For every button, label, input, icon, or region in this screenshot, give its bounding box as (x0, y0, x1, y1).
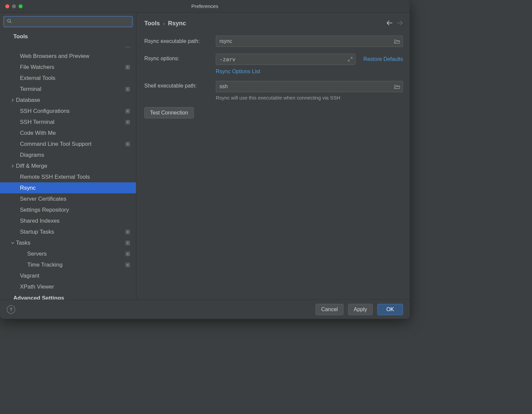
svg-rect-7 (127, 110, 129, 112)
project-scope-icon (125, 263, 130, 267)
tree-item-label: Vagrant (20, 273, 136, 279)
tree-item[interactable]: Shared Indexes (0, 215, 136, 226)
minimize-window-button[interactable] (12, 4, 16, 8)
tree-item-label: Diff & Merge (16, 163, 136, 169)
search-icon (7, 18, 12, 25)
cancel-button[interactable]: Cancel (316, 304, 343, 315)
svg-rect-19 (127, 264, 129, 266)
tree-item-label: Servers (27, 251, 125, 257)
project-scope-icon (125, 241, 130, 245)
ok-button[interactable]: OK (377, 304, 403, 315)
tree-item[interactable]: Terminal (0, 84, 136, 95)
svg-rect-17 (127, 253, 129, 255)
dialog-footer: ? Cancel Apply OK (0, 300, 410, 319)
search-input[interactable] (12, 19, 129, 25)
shell-path-field[interactable]: ssh (216, 81, 403, 92)
project-scope-icon (125, 142, 130, 146)
chevron-right-icon[interactable] (9, 99, 16, 102)
tree-item-label: XPath Viewer (20, 284, 136, 290)
tree-item-label: Server Certificates (20, 196, 136, 202)
svg-rect-5 (127, 88, 129, 90)
breadcrumb-leaf: Rsync (168, 20, 186, 27)
tree-item[interactable]: Diff & Merge (0, 160, 136, 171)
tree-item-label: Tasks (16, 240, 125, 246)
exec-path-field[interactable]: rsync (216, 36, 403, 47)
tree-item-label: File Watchers (20, 64, 125, 71)
window-title: Preferences (192, 3, 218, 9)
project-scope-icon (125, 120, 130, 124)
svg-line-1 (10, 22, 12, 23)
close-window-button[interactable] (5, 4, 9, 8)
tree-item-label: Terminal (20, 86, 125, 93)
tree-item[interactable]: Server Certificates (0, 193, 136, 204)
tree-item[interactable]: Settings Repository (0, 204, 136, 215)
project-scope-icon (125, 65, 130, 70)
tree-item-label: Diagrams (20, 152, 136, 158)
tree-item-label: Settings Repository (20, 207, 136, 213)
restore-defaults-link[interactable]: Restore Defaults (359, 56, 403, 62)
tree-item[interactable]: SSH Configurations (0, 105, 136, 116)
apply-button[interactable]: Apply (348, 304, 373, 315)
exec-path-label: Rsync executable path: (144, 38, 212, 44)
separator-icon: — (125, 44, 130, 49)
project-scope-icon (125, 109, 130, 113)
svg-rect-11 (127, 143, 129, 145)
folder-open-icon[interactable] (394, 84, 400, 89)
nav-forward-button (397, 20, 403, 27)
svg-rect-3 (127, 66, 129, 68)
preferences-window: Preferences Tools (0, 0, 410, 319)
tree-item[interactable]: Diagrams (0, 149, 136, 160)
tree-item-label: Startup Tasks (20, 229, 125, 235)
tree-item[interactable]: Servers (0, 248, 136, 259)
tree-item-label: Command Line Tool Support (20, 141, 125, 147)
tree-item-cutoff[interactable]: Actions on Save — (0, 42, 136, 51)
folder-open-icon[interactable] (394, 39, 400, 44)
shell-path-label: Shell executable path: (144, 81, 212, 89)
tree-item[interactable]: Command Line Tool Support (0, 138, 136, 149)
tree-item[interactable]: XPath Viewer (0, 281, 136, 292)
tree-item-label: Code With Me (20, 130, 136, 136)
tree-item-label: External Tools (20, 75, 136, 82)
expand-icon[interactable] (348, 57, 352, 62)
test-connection-button[interactable]: Test Connection (144, 107, 194, 118)
exec-path-value: rsync (219, 38, 232, 44)
tree-item-label: SSH Terminal (20, 119, 125, 125)
breadcrumb: Tools › Rsync (144, 20, 186, 27)
project-scope-icon (125, 252, 130, 256)
project-scope-icon (125, 87, 130, 92)
nav-back-button[interactable] (386, 20, 392, 27)
project-scope-icon (125, 230, 130, 234)
tree-item[interactable]: SSH Terminal (0, 116, 136, 127)
tree-item[interactable]: Web Browsers and Preview (0, 51, 136, 62)
svg-rect-15 (127, 242, 129, 244)
tree-item[interactable]: Rsync (0, 182, 136, 193)
tree-item[interactable]: Code With Me (0, 127, 136, 138)
main-panel: Tools › Rsync Rsync executable path: (136, 13, 410, 300)
tree-item[interactable]: Startup Tasks (0, 226, 136, 237)
window-controls (0, 4, 23, 8)
breadcrumb-root[interactable]: Tools (144, 20, 160, 27)
options-list-link[interactable]: Rsync Options List (216, 69, 260, 74)
help-button[interactable]: ? (7, 305, 15, 314)
search-field-wrapper[interactable] (3, 16, 133, 27)
settings-tree[interactable]: Tools Actions on Save — Web Browsers and… (0, 31, 136, 300)
tree-section-advanced[interactable]: Advanced Settings (0, 292, 136, 300)
tree-item[interactable]: Tasks (0, 237, 136, 248)
shell-path-value: ssh (219, 84, 228, 90)
tree-item[interactable]: External Tools (0, 73, 136, 84)
tree-item[interactable]: File Watchers (0, 62, 136, 73)
chevron-right-icon[interactable] (9, 164, 16, 168)
titlebar: Preferences (0, 0, 410, 13)
chevron-down-icon[interactable] (9, 241, 16, 245)
tree-item[interactable]: Database (0, 95, 136, 105)
tree-item-label: Rsync (20, 185, 136, 191)
svg-rect-9 (127, 121, 129, 123)
tree-item[interactable]: Remote SSH External Tools (0, 171, 136, 182)
tree-item[interactable]: Vagrant (0, 270, 136, 281)
zoom-window-button[interactable] (19, 4, 23, 8)
tree-item-label: Time Tracking (27, 262, 125, 268)
options-value: -zarv (219, 56, 235, 63)
tree-item[interactable]: Time Tracking (0, 259, 136, 270)
options-field[interactable]: -zarv (216, 54, 355, 65)
tree-section-header: Tools (0, 31, 136, 42)
